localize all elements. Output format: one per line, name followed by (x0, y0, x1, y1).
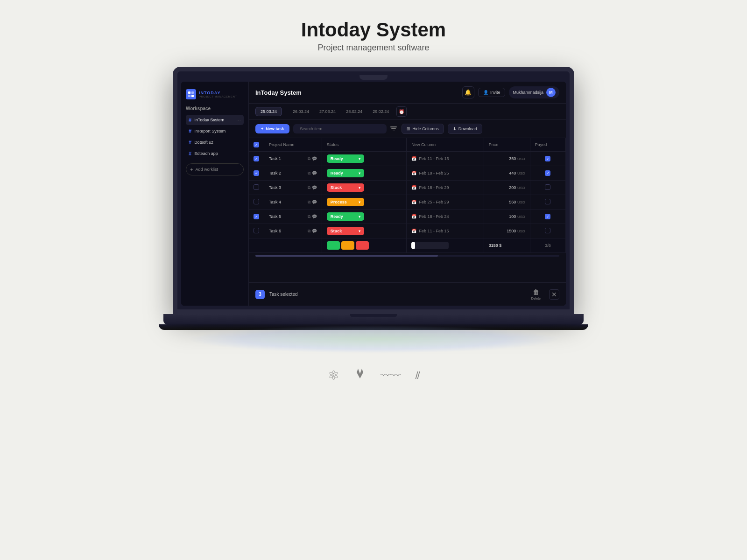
chat-icon-3[interactable]: 💬 (312, 185, 317, 190)
row-checkbox-5[interactable] (249, 210, 264, 224)
clock-button[interactable]: ⏰ (396, 106, 407, 117)
row-payed-5[interactable] (530, 210, 565, 224)
app-header: InToday System 🔔 👤 Invite Mukhammadsija … (249, 82, 566, 104)
summary-progress (407, 238, 484, 253)
status-badge-4[interactable]: Process ▾ (327, 198, 364, 206)
copy-icon-1[interactable]: ⧉ (308, 156, 310, 161)
toolbar: + New task ⊞ Hide Columns (249, 120, 566, 138)
status-caret-1: ▾ (359, 157, 360, 161)
payed-checkbox-3[interactable] (545, 184, 550, 190)
delete-label: Delete (531, 297, 541, 300)
add-worklist-button[interactable]: + Add worklist (186, 163, 244, 175)
status-badge-5[interactable]: Ready ▾ (327, 212, 364, 221)
date-tab-0[interactable]: 25.03.24 (255, 107, 282, 116)
row-date-4: 📅 Feb 25 - Feb 29 (407, 195, 484, 210)
checkbox-5[interactable] (254, 214, 259, 219)
table-row: Task 1 ⧉ 💬 Ready ▾ 📅 Feb 11 - Feb 13 350… (249, 152, 566, 166)
task-name-text-5: Task 5 (269, 214, 281, 219)
checkbox-3[interactable] (254, 184, 259, 190)
date-tab-3[interactable]: 28.02.24 (341, 107, 367, 116)
main-content: InToday System 🔔 👤 Invite Mukhammadsija … (249, 82, 566, 306)
row-name-5: Task 5 ⧉ 💬 (264, 210, 322, 224)
checkbox-2[interactable] (254, 170, 259, 176)
task-name-text-2: Task 2 (269, 171, 281, 175)
status-badge-1[interactable]: Ready ▾ (327, 154, 364, 163)
close-button[interactable]: ✕ (549, 289, 559, 300)
status-caret-3: ▾ (359, 186, 360, 190)
chat-icon-6[interactable]: 💬 (312, 229, 317, 234)
summary-row: 3150 $ 3/6 (249, 238, 566, 253)
chat-icon-4[interactable]: 💬 (312, 200, 317, 205)
new-task-button[interactable]: + New task (255, 124, 289, 133)
invite-button[interactable]: 👤 Invite (478, 88, 506, 97)
user-block[interactable]: Mukhammadsija M (509, 86, 559, 98)
currency-5: USD (517, 215, 525, 219)
download-icon: ⬇ (453, 126, 457, 131)
row-checkbox-1[interactable] (249, 152, 264, 166)
row-payed-3[interactable] (530, 181, 565, 195)
plus-icon: + (190, 167, 193, 172)
price-value-1: 350 (509, 156, 516, 161)
date-tab-1[interactable]: 26.03.24 (288, 107, 314, 116)
row-checkbox-2[interactable] (249, 166, 264, 181)
select-all-checkbox[interactable] (254, 142, 259, 147)
table-wrapper: Project Name Status New Column Price Pay… (249, 138, 566, 282)
laptop-base (163, 314, 584, 324)
sidebar-item-dotsoft[interactable]: # Dotsoft uz (186, 137, 244, 147)
chat-icon-2[interactable]: 💬 (312, 171, 317, 176)
status-badge-2[interactable]: Ready ▾ (327, 169, 364, 177)
ellipsis-icon-1[interactable]: ⋯ (236, 118, 241, 123)
sidebar-item-intoday[interactable]: # InToday System ⋯ (186, 115, 244, 125)
row-payed-6[interactable] (530, 224, 565, 238)
price-value-6: 1500 (507, 229, 516, 233)
checkbox-4[interactable] (254, 199, 259, 204)
download-button[interactable]: ⬇ Download (448, 124, 482, 134)
status-badge-3[interactable]: Stuck ▾ (327, 183, 364, 192)
sidebar-item-inreport[interactable]: # InReport System (186, 126, 244, 136)
row-payed-1[interactable] (530, 152, 565, 166)
date-tab-4[interactable]: 29.02.24 (368, 107, 394, 116)
calendar-icon-5: 📅 (411, 214, 416, 219)
date-sep-1 (285, 108, 285, 115)
currency-3: USD (517, 186, 525, 190)
sidebar-item-edteach[interactable]: # Edteach app (186, 148, 244, 159)
bell-button[interactable]: 🔔 (462, 86, 474, 98)
copy-icon-4[interactable]: ⧉ (308, 200, 310, 205)
chat-icon-5[interactable]: 💬 (312, 214, 317, 219)
scrollbar-track[interactable] (255, 255, 559, 257)
filter-icon-wrapper[interactable] (390, 126, 398, 131)
summary-empty-1 (249, 238, 264, 253)
checkbox-6[interactable] (254, 228, 259, 233)
table-row: Task 6 ⧉ 💬 Stuck ▾ 📅 Feb 11 - Feb 15 150… (249, 224, 566, 238)
row-checkbox-3[interactable] (249, 181, 264, 195)
checkbox-1[interactable] (254, 156, 259, 161)
copy-icon-5[interactable]: ⧉ (308, 214, 310, 219)
delete-button[interactable]: 🗑 Delete (528, 287, 544, 302)
add-worklist-label: Add worklist (195, 167, 218, 172)
row-payed-2[interactable] (530, 166, 565, 181)
hash-icon-3: # (189, 140, 191, 145)
filter-icon (390, 126, 397, 131)
price-value-2: 440 (509, 171, 516, 175)
payed-checkbox-1[interactable] (545, 156, 550, 161)
row-payed-4[interactable] (530, 195, 565, 210)
copy-icon-2[interactable]: ⧉ (308, 171, 310, 176)
payed-checkbox-2[interactable] (545, 170, 550, 176)
search-input[interactable] (296, 124, 384, 133)
row-date-6: 📅 Feb 11 - Feb 15 (407, 224, 484, 238)
payed-checkbox-4[interactable] (545, 199, 550, 204)
table-row: Task 3 ⧉ 💬 Stuck ▾ 📅 Feb 18 - Feb 29 200… (249, 181, 566, 195)
payed-checkbox-5[interactable] (545, 214, 550, 219)
th-project-name: Project Name (264, 138, 322, 152)
hide-columns-button[interactable]: ⊞ Hide Columns (402, 124, 444, 134)
row-checkbox-6[interactable] (249, 224, 264, 238)
date-tab-2[interactable]: 27.03.24 (315, 107, 340, 116)
payed-checkbox-6[interactable] (545, 228, 550, 233)
copy-icon-3[interactable]: ⧉ (308, 185, 310, 190)
copy-icon-6[interactable]: ⧉ (308, 229, 310, 234)
chat-icon-1[interactable]: 💬 (312, 156, 317, 161)
row-checkbox-4[interactable] (249, 195, 264, 210)
status-badge-6[interactable]: Stuck ▾ (327, 227, 364, 235)
task-name-text-4: Task 4 (269, 200, 281, 204)
sidebar: INTODAY PROJECT MANAGEMENT Workspace # I… (181, 82, 249, 306)
